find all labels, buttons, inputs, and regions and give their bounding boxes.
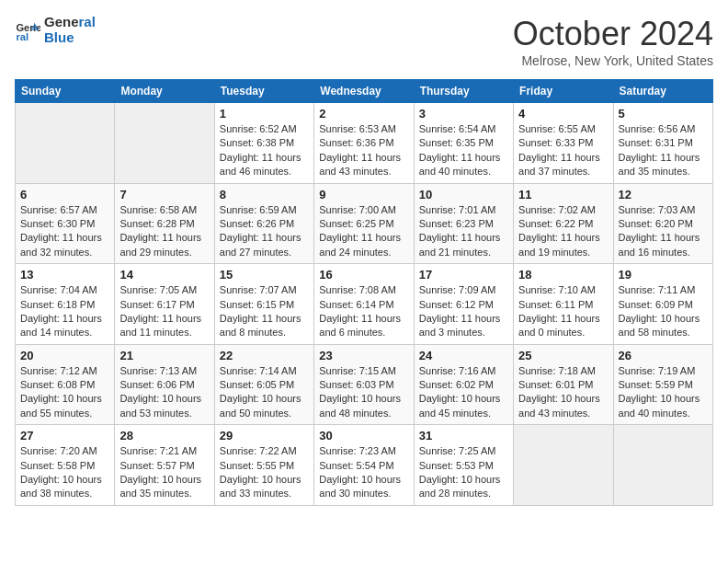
month-title: October 2024 [513, 15, 713, 53]
col-thursday: Thursday [414, 80, 513, 103]
day-info: Daylight: 10 hours and 30 minutes. [319, 473, 408, 501]
day-number: 21 [119, 349, 209, 362]
day-info: Sunset: 6:18 PM [20, 298, 109, 312]
day-info: Sunrise: 7:13 AM [119, 364, 209, 378]
day-info: Sunset: 6:15 PM [220, 298, 309, 312]
day-number: 17 [419, 268, 508, 282]
calendar-cell: 26Sunrise: 7:19 AMSunset: 5:59 PMDayligh… [613, 344, 712, 425]
day-info: Daylight: 10 hours and 53 minutes. [119, 392, 209, 420]
title-block: October 2024 Melrose, New York, United S… [513, 15, 713, 68]
day-number: 9 [319, 188, 408, 201]
day-info: Daylight: 10 hours and 40 minutes. [619, 392, 708, 420]
day-number: 18 [518, 268, 608, 282]
col-sunday: Sunday [16, 80, 115, 103]
day-info: Sunset: 6:31 PM [619, 136, 708, 150]
day-number: 7 [119, 188, 209, 201]
day-info: Daylight: 10 hours and 45 minutes. [419, 392, 508, 420]
calendar-cell: 13Sunrise: 7:04 AMSunset: 6:18 PMDayligh… [16, 264, 115, 345]
logo-line1: General [44, 15, 96, 30]
day-info: Sunrise: 7:25 AM [419, 444, 508, 458]
day-info: Sunrise: 7:20 AM [20, 444, 109, 458]
col-tuesday: Tuesday [214, 80, 313, 103]
day-info: Sunrise: 7:11 AM [619, 283, 708, 297]
day-info: Sunset: 6:12 PM [419, 298, 508, 312]
calendar-cell: 3Sunrise: 6:54 AMSunset: 6:35 PMDaylight… [414, 103, 513, 184]
day-info: Daylight: 11 hours and 14 minutes. [20, 312, 109, 340]
day-number: 1 [220, 107, 309, 121]
day-info: Daylight: 10 hours and 48 minutes. [319, 392, 408, 420]
calendar-cell: 15Sunrise: 7:07 AMSunset: 6:15 PMDayligh… [214, 264, 313, 345]
day-number: 31 [419, 429, 508, 442]
day-info: Sunrise: 6:58 AM [119, 203, 209, 217]
day-info: Sunrise: 7:23 AM [319, 444, 408, 458]
svg-text:ral: ral [16, 31, 28, 42]
calendar-cell: 10Sunrise: 7:01 AMSunset: 6:23 PMDayligh… [414, 183, 513, 264]
day-info: Sunrise: 7:15 AM [319, 364, 408, 378]
day-number: 14 [119, 268, 209, 282]
day-info: Sunset: 6:35 PM [419, 136, 508, 150]
day-number: 2 [319, 107, 408, 121]
calendar-cell: 18Sunrise: 7:10 AMSunset: 6:11 PMDayligh… [514, 264, 613, 345]
calendar-cell: 23Sunrise: 7:15 AMSunset: 6:03 PMDayligh… [314, 344, 414, 425]
day-info: Daylight: 11 hours and 35 minutes. [619, 151, 708, 179]
calendar-cell: 31Sunrise: 7:25 AMSunset: 5:53 PMDayligh… [414, 425, 513, 506]
calendar-cell: 7Sunrise: 6:58 AMSunset: 6:28 PMDaylight… [115, 183, 214, 264]
day-info: Daylight: 10 hours and 55 minutes. [20, 392, 109, 420]
day-info: Sunrise: 7:07 AM [220, 283, 309, 297]
page-header: Gene ral General Blue October 2024 Melro… [15, 15, 713, 68]
calendar-table: Sunday Monday Tuesday Wednesday Thursday… [15, 79, 713, 506]
day-info: Sunset: 5:55 PM [220, 459, 309, 473]
day-number: 10 [419, 188, 508, 201]
col-wednesday: Wednesday [314, 80, 414, 103]
day-info: Sunrise: 7:21 AM [119, 444, 209, 458]
location: Melrose, New York, United States [513, 53, 713, 68]
calendar-cell: 2Sunrise: 6:53 AMSunset: 6:36 PMDaylight… [314, 103, 414, 184]
day-info: Sunset: 5:59 PM [619, 378, 708, 392]
day-number: 30 [319, 429, 408, 442]
day-info: Sunrise: 7:12 AM [20, 364, 109, 378]
day-number: 24 [419, 349, 508, 362]
day-info: Daylight: 11 hours and 37 minutes. [518, 151, 608, 179]
day-info: Sunset: 6:11 PM [518, 298, 608, 312]
day-info: Sunset: 6:38 PM [220, 136, 309, 150]
day-info: Daylight: 10 hours and 50 minutes. [220, 392, 309, 420]
day-info: Sunrise: 7:22 AM [220, 444, 309, 458]
day-info: Sunrise: 7:00 AM [319, 203, 408, 217]
calendar-cell: 27Sunrise: 7:20 AMSunset: 5:58 PMDayligh… [16, 425, 115, 506]
calendar-cell [16, 103, 115, 184]
day-number: 5 [619, 107, 708, 121]
calendar-cell: 14Sunrise: 7:05 AMSunset: 6:17 PMDayligh… [115, 264, 214, 345]
day-number: 22 [220, 349, 309, 362]
day-number: 15 [220, 268, 309, 282]
calendar-cell: 24Sunrise: 7:16 AMSunset: 6:02 PMDayligh… [414, 344, 513, 425]
calendar-cell: 25Sunrise: 7:18 AMSunset: 6:01 PMDayligh… [514, 344, 613, 425]
day-info: Daylight: 11 hours and 40 minutes. [419, 151, 508, 179]
day-info: Sunset: 6:20 PM [619, 217, 708, 231]
day-info: Sunset: 5:57 PM [119, 459, 209, 473]
day-info: Sunrise: 6:53 AM [319, 122, 408, 136]
calendar-cell: 11Sunrise: 7:02 AMSunset: 6:22 PMDayligh… [514, 183, 613, 264]
day-info: Sunset: 5:53 PM [419, 459, 508, 473]
day-info: Daylight: 11 hours and 21 minutes. [419, 231, 508, 259]
day-info: Daylight: 10 hours and 58 minutes. [619, 312, 708, 340]
day-number: 3 [419, 107, 508, 121]
day-number: 8 [220, 188, 309, 201]
calendar-cell: 5Sunrise: 6:56 AMSunset: 6:31 PMDaylight… [613, 103, 712, 184]
calendar-cell [115, 103, 214, 184]
day-info: Sunset: 6:28 PM [119, 217, 209, 231]
day-number: 11 [518, 188, 608, 201]
day-info: Sunrise: 7:14 AM [220, 364, 309, 378]
day-info: Daylight: 10 hours and 33 minutes. [220, 473, 309, 501]
day-info: Daylight: 11 hours and 29 minutes. [119, 231, 209, 259]
day-info: Daylight: 11 hours and 19 minutes. [518, 231, 608, 259]
calendar-cell: 21Sunrise: 7:13 AMSunset: 6:06 PMDayligh… [115, 344, 214, 425]
day-info: Sunset: 6:33 PM [518, 136, 608, 150]
calendar-cell: 16Sunrise: 7:08 AMSunset: 6:14 PMDayligh… [314, 264, 414, 345]
day-info: Sunrise: 7:04 AM [20, 283, 109, 297]
day-info: Daylight: 11 hours and 0 minutes. [518, 312, 608, 340]
day-info: Sunrise: 7:18 AM [518, 364, 608, 378]
day-info: Sunrise: 7:10 AM [518, 283, 608, 297]
day-info: Sunrise: 7:01 AM [419, 203, 508, 217]
calendar-cell: 8Sunrise: 6:59 AMSunset: 6:26 PMDaylight… [214, 183, 313, 264]
day-info: Daylight: 10 hours and 43 minutes. [518, 392, 608, 420]
